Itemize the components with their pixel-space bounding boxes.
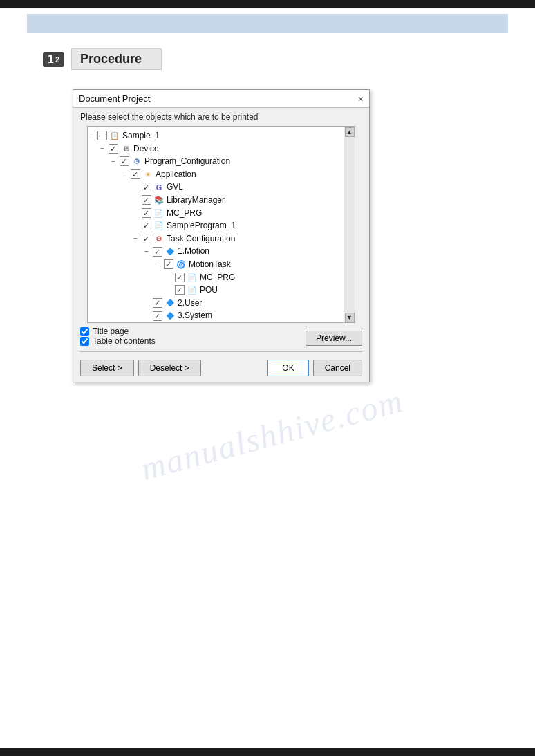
tree-scrollbar: ▲ ▼ (344, 127, 355, 322)
icon-1motion: 🔷 (165, 246, 176, 257)
ok-button[interactable]: OK (268, 360, 308, 376)
checkbox-librarymanager[interactable] (142, 195, 151, 205)
header-band (27, 14, 509, 33)
tree-item-application[interactable]: − ☀ Application (89, 168, 341, 181)
tree-item-sampleprogram[interactable]: 📄 SampleProgram_1 (89, 219, 341, 232)
tree-item-motiontask[interactable]: − 🌀 MotionTask (89, 258, 341, 271)
tree-item-2user[interactable]: 🔷 2.User (89, 297, 341, 310)
checkbox-device[interactable] (109, 144, 118, 154)
preview-button[interactable]: Preview... (306, 331, 362, 346)
checkbox-sampleprogram[interactable] (142, 221, 151, 230)
label-application: Application (156, 168, 196, 181)
section-heading: 1 2 Procedure (43, 48, 535, 70)
icon-program-config: ⚙ (131, 156, 142, 167)
tree-item-1motion[interactable]: − 🔷 1.Motion (89, 245, 341, 258)
label-2user: 2.User (178, 297, 202, 310)
checkbox-task-config[interactable] (142, 234, 151, 243)
watermark: manualshhive.com (137, 381, 408, 488)
checkbox-3system[interactable] (153, 311, 162, 321)
icon-mc-prg: 📄 (153, 208, 165, 219)
tree-item-device[interactable]: − 🖥 Device (89, 142, 341, 156)
label-sampleprogram: SampleProgram_1 (167, 219, 236, 232)
label-mc-prg: MC_PRG (167, 207, 202, 220)
icon-sampleprogram: 📄 (153, 220, 165, 231)
label-motiontask: MotionTask (189, 258, 231, 271)
dialog-title: Document Project (79, 93, 150, 104)
tree-item-pou[interactable]: 📄 POU (89, 284, 341, 297)
tree-item-trace[interactable]: 🔊 Trace (89, 322, 341, 323)
checkbox-mc-prg-2[interactable] (175, 273, 185, 282)
label-gvl: GVL (167, 181, 183, 194)
label-title-page: Title page (93, 326, 129, 336)
icon-device: 🖥 (120, 143, 131, 154)
expander-sampleprogram (133, 221, 142, 232)
section-title: Procedure (71, 48, 162, 70)
checkbox-1motion[interactable] (153, 247, 162, 257)
dialog: Document Project × Please select the obj… (73, 89, 370, 382)
tree-item-task-config[interactable]: − ⚙ Task Configuration (89, 232, 341, 246)
checkbox-pou[interactable] (175, 285, 185, 295)
option-toc: Table of contents (80, 336, 156, 346)
tree-item-mc-prg-2[interactable]: 📄 MC_PRG (89, 271, 341, 284)
icon-motiontask: 🌀 (176, 259, 187, 270)
checkbox-application[interactable] (131, 169, 140, 179)
expander-3system (144, 311, 153, 322)
tree-item-3system[interactable]: 🔷 3.System (89, 309, 341, 322)
checkbox-mc-prg[interactable] (142, 208, 151, 218)
dialog-separator (80, 351, 362, 352)
cancel-button[interactable]: Cancel (313, 360, 362, 376)
section-num2: 2 (55, 55, 59, 64)
checkbox-gvl[interactable] (142, 183, 151, 192)
expander-program-config: − (111, 156, 120, 167)
icon-pou: 📄 (187, 284, 198, 295)
checkbox-2user[interactable] (153, 298, 162, 308)
checkbox-sample1[interactable] (97, 131, 107, 140)
expander-mc-prg-2 (167, 272, 175, 283)
tree-item-mc-prg[interactable]: 📄 MC_PRG (89, 207, 341, 220)
label-trace: Trace (156, 322, 176, 323)
tree-item-program-config[interactable]: − ⚙ Program_Configuration (89, 155, 341, 168)
tree-area[interactable]: − 📋 Sample_1 − 🖥 Device (87, 126, 355, 323)
label-pou: POU (200, 284, 218, 297)
tree-content: − 📋 Sample_1 − 🖥 Device (88, 127, 344, 323)
tree-item-gvl[interactable]: G GVL (89, 181, 341, 194)
dialog-close-button[interactable]: × (358, 94, 364, 104)
option-title-page: Title page (80, 326, 156, 336)
label-toc: Table of contents (93, 336, 156, 346)
select-button[interactable]: Select > (80, 360, 134, 376)
expander-gvl (133, 182, 142, 193)
dialog-wrapper: Document Project × Please select the obj… (73, 89, 370, 382)
options-preview-row: Title page Table of contents Preview... (73, 323, 369, 348)
label-task-config: Task Configuration (167, 232, 235, 246)
tree-item-librarymanager[interactable]: 📚 LibraryManager (89, 194, 341, 207)
expander-2user (144, 297, 153, 308)
label-librarymanager: LibraryManager (167, 194, 225, 207)
deselect-button[interactable]: Deselect > (138, 360, 201, 376)
icon-task-config: ⚙ (153, 233, 165, 244)
label-mc-prg-2: MC_PRG (200, 271, 235, 284)
scroll-down-button[interactable]: ▼ (345, 313, 355, 322)
tree-item-sample1[interactable]: − 📋 Sample_1 (89, 129, 341, 142)
label-device: Device (133, 142, 159, 156)
expander-mc-prg (133, 208, 142, 219)
section-num1: 1 (48, 53, 54, 66)
section-number-box: 1 2 (43, 52, 64, 67)
icon-3system: 🔷 (165, 311, 176, 322)
dialog-titlebar: Document Project × (73, 90, 369, 108)
expander-device: − (100, 143, 109, 154)
checkbox-program-config[interactable] (120, 156, 129, 166)
label-sample1: Sample_1 (122, 129, 160, 142)
expander-task-config: − (133, 233, 142, 244)
icon-gvl: G (153, 182, 165, 193)
icon-librarymanager: 📚 (153, 194, 165, 205)
icon-mc-prg-2: 📄 (187, 272, 198, 283)
checkbox-toc[interactable] (80, 337, 89, 346)
icon-application: ☀ (142, 169, 153, 180)
label-program-config: Program_Configuration (144, 155, 230, 168)
preview-btn-area: Preview... (306, 331, 362, 346)
scroll-up-button[interactable]: ▲ (345, 127, 355, 137)
checkbox-title-page[interactable] (80, 327, 89, 336)
checkbox-motiontask[interactable] (164, 259, 173, 269)
expander-1motion: − (144, 246, 153, 257)
dialog-buttons: Select > Deselect > OK Cancel (73, 356, 369, 382)
